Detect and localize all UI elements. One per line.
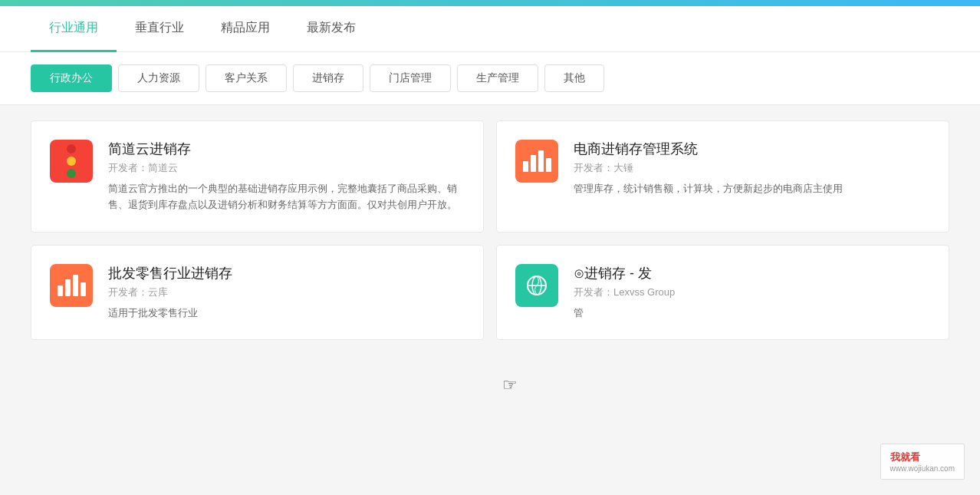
bar-3 [538,150,544,172]
app-card-3[interactable]: 批发零售行业进销存 开发者：云库 适用于批发零售行业 [31,245,484,341]
tab-latest-release[interactable]: 最新发布 [288,6,374,52]
bar-1 [58,285,63,296]
traffic-light-icon [67,144,76,178]
filter-admin[interactable]: 行政办公 [31,64,112,92]
app-card-4[interactable]: ⊙进销存 - 发 开发者：Lexvss Group 管 [496,245,949,341]
app-developer-4: 开发者：Lexvss Group [574,285,930,299]
app-grid: 简道云进销存 开发者：简道云 简道云官方推出的一个典型的基础进销存应用示例，完整… [0,105,980,355]
app-developer-3: 开发者：云库 [108,285,465,299]
traffic-dot-green [67,169,76,178]
traffic-dot-red [67,144,76,153]
app-desc-3: 适用于批发零售行业 [108,305,465,322]
app-developer-2: 开发者：大锤 [574,161,930,175]
globe-icon [525,274,548,297]
app-info-1: 简道云进销存 开发者：简道云 简道云官方推出的一个典型的基础进销存应用示例，完整… [108,140,465,213]
top-gradient-bar [0,0,980,6]
filter-other[interactable]: 其他 [544,64,604,92]
app-desc-2: 管理库存，统计销售额，计算块，方便新起步的电商店主使用 [574,181,930,197]
app-developer-1: 开发者：简道云 [108,161,465,175]
bar-chart-icon-3 [58,275,86,296]
tab-featured-apps[interactable]: 精品应用 [202,6,288,52]
app-info-2: 电商进销存管理系统 开发者：大锤 管理库存，统计销售额，计算块，方便新起步的电商… [574,140,930,197]
tab-vertical-industry[interactable]: 垂直行业 [117,6,202,52]
filter-hr[interactable]: 人力资源 [118,64,199,92]
app-desc-1: 简道云官方推出的一个典型的基础进销存应用示例，完整地囊括了商品采购、销售、退货到… [108,181,465,213]
bar-1 [523,161,528,172]
app-name-4: ⊙进销存 - 发 [574,264,930,282]
filter-crm[interactable]: 客户关系 [206,64,287,92]
app-icon-1 [50,140,93,183]
filter-production[interactable]: 生产管理 [457,64,538,92]
filter-inventory[interactable]: 进销存 [293,64,363,92]
app-name-2: 电商进销存管理系统 [574,140,930,158]
bar-3 [73,275,78,296]
app-name-3: 批发零售行业进销存 [108,264,465,282]
bar-4 [81,282,86,296]
bar-chart-icon-2 [523,150,551,172]
app-icon-3 [50,264,93,307]
app-info-3: 批发零售行业进销存 开发者：云库 适用于批发零售行业 [108,264,465,322]
app-info-4: ⊙进销存 - 发 开发者：Lexvss Group 管 [574,264,930,322]
app-desc-4: 管 [574,305,930,322]
app-name-1: 简道云进销存 [108,140,465,158]
nav-tabs: 行业通用 垂直行业 精品应用 最新发布 [0,6,980,52]
app-icon-2 [515,140,558,183]
bar-2 [531,155,536,172]
app-card-1[interactable]: 简道云进销存 开发者：简道云 简道云官方推出的一个典型的基础进销存应用示例，完整… [31,120,484,233]
filter-bar: 行政办公 人力资源 客户关系 进销存 门店管理 生产管理 其他 [0,52,980,105]
bar-4 [546,158,551,172]
traffic-dot-yellow [67,157,76,166]
filter-store[interactable]: 门店管理 [370,64,451,92]
tab-industry-general[interactable]: 行业通用 [31,6,117,52]
app-icon-4 [515,264,558,307]
app-card-2[interactable]: 电商进销存管理系统 开发者：大锤 管理库存，统计销售额，计算块，方便新起步的电商… [496,120,949,233]
bar-2 [65,279,71,296]
